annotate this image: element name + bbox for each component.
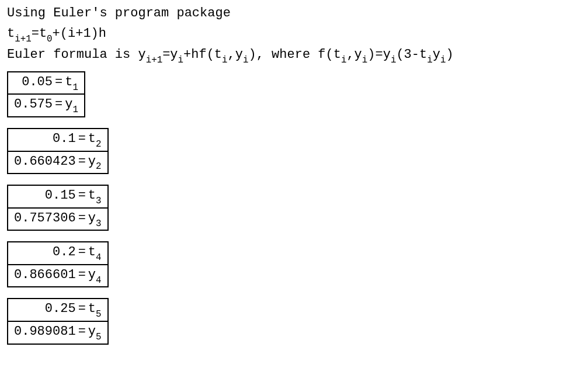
t-symbol: t (88, 301, 96, 316)
t-cell: 0.2=t4 (8, 242, 108, 265)
subscript: i (440, 55, 446, 65)
t-symbol: t (65, 75, 72, 89)
subscript: i (391, 55, 397, 65)
t-subscript: 5 (96, 309, 102, 320)
text: Euler formula is y (7, 47, 146, 62)
subscript: i+1 (15, 34, 32, 44)
y-subscript: 3 (96, 218, 102, 229)
t-cell: 0.25=t5 (8, 299, 108, 321)
subscript: i (362, 55, 368, 65)
table-row: 0.2=t4 (8, 242, 108, 265)
table-row: 0.989081=y5 (8, 321, 108, 344)
text-prefix: t (7, 26, 15, 41)
text: ), where f(t (248, 47, 340, 62)
t-symbol: t (88, 188, 96, 203)
intro-line-2: ti+1=t0+(i+1)h (7, 25, 577, 44)
subscript: i (243, 55, 249, 65)
equals-sign: = (76, 245, 88, 259)
t-cell: 0.15=t3 (8, 185, 108, 208)
equals-sign: = (76, 211, 88, 226)
intro-line-1: Using Euler's program package (7, 5, 577, 23)
y-symbol: y (88, 324, 96, 339)
y-symbol: y (88, 211, 96, 226)
y-cell: 0.660423=y2 (8, 151, 108, 174)
intro-line-3: Euler formula is yi+1=yi+hf(ti,yi), wher… (7, 46, 577, 65)
result-table: 0.2=t40.866601=y4 (7, 241, 109, 287)
table-row: 0.660423=y2 (8, 151, 108, 174)
equals-sign: = (76, 268, 88, 282)
t-symbol: t (88, 131, 96, 146)
equals-sign: = (76, 188, 88, 203)
y-cell: 0.866601=y4 (8, 265, 108, 287)
t-value: 0.05 (22, 75, 53, 89)
text: ,y (346, 47, 361, 62)
y-value: 0.575 (14, 97, 53, 112)
t-value: 0.2 (53, 245, 76, 259)
y-symbol: y (88, 154, 96, 169)
subscript: i (427, 55, 433, 65)
table-row: 0.15=t3 (8, 185, 108, 208)
y-subscript: 5 (96, 332, 102, 342)
t-cell: 0.1=t2 (8, 129, 108, 151)
y-subscript: 1 (72, 105, 78, 115)
subscript: i+1 (146, 55, 163, 65)
t-cell: 0.05=t1 (8, 72, 85, 95)
y-symbol: y (88, 268, 96, 282)
y-subscript: 4 (96, 275, 102, 286)
text: ,y (228, 47, 243, 62)
y-subscript: 2 (96, 161, 102, 172)
y-value: 0.660423 (14, 154, 76, 169)
equals-sign: = (76, 301, 88, 316)
subscript: i (222, 55, 228, 65)
text-suffix: +(i+1)h (53, 26, 106, 41)
y-value: 0.989081 (14, 324, 76, 339)
y-cell: 0.757306=y3 (8, 208, 108, 231)
subscript: i (178, 55, 184, 65)
text: =y (162, 47, 178, 62)
text: )=y (367, 47, 391, 62)
t-value: 0.1 (53, 131, 76, 146)
result-table: 0.25=t50.989081=y5 (7, 298, 109, 344)
subscript: i (341, 55, 347, 65)
y-symbol: y (65, 97, 72, 112)
result-table: 0.1=t20.660423=y2 (7, 128, 109, 174)
table-row: 0.575=y1 (8, 94, 85, 117)
text-mid: =t (32, 26, 47, 41)
equals-sign: = (76, 324, 88, 339)
table-row: 0.25=t5 (8, 299, 108, 321)
t-subscript: 2 (96, 139, 102, 150)
text: (3-t (396, 47, 427, 62)
text: y (433, 47, 440, 62)
result-table: 0.05=t10.575=y1 (7, 71, 85, 117)
equals-sign: = (53, 75, 65, 89)
t-subscript: 1 (72, 82, 78, 93)
t-subscript: 4 (96, 252, 102, 263)
y-cell: 0.575=y1 (8, 94, 85, 117)
table-row: 0.866601=y4 (8, 265, 108, 287)
t-subscript: 3 (96, 196, 102, 206)
t-symbol: t (88, 245, 96, 259)
t-value: 0.15 (45, 188, 76, 203)
table-row: 0.05=t1 (8, 72, 85, 95)
equals-sign: = (76, 131, 88, 146)
table-row: 0.757306=y3 (8, 208, 108, 231)
y-value: 0.866601 (14, 268, 76, 282)
result-table: 0.15=t30.757306=y3 (7, 185, 109, 231)
text: ) (446, 47, 453, 62)
table-row: 0.1=t2 (8, 129, 108, 151)
t-value: 0.25 (45, 301, 76, 316)
y-value: 0.757306 (14, 211, 76, 226)
text: +hf(t (183, 47, 222, 62)
subscript: 0 (47, 34, 53, 44)
results-container: 0.05=t10.575=y10.1=t20.660423=y20.15=t30… (7, 71, 577, 345)
equals-sign: = (53, 97, 65, 112)
y-cell: 0.989081=y5 (8, 321, 108, 344)
equals-sign: = (76, 154, 88, 169)
